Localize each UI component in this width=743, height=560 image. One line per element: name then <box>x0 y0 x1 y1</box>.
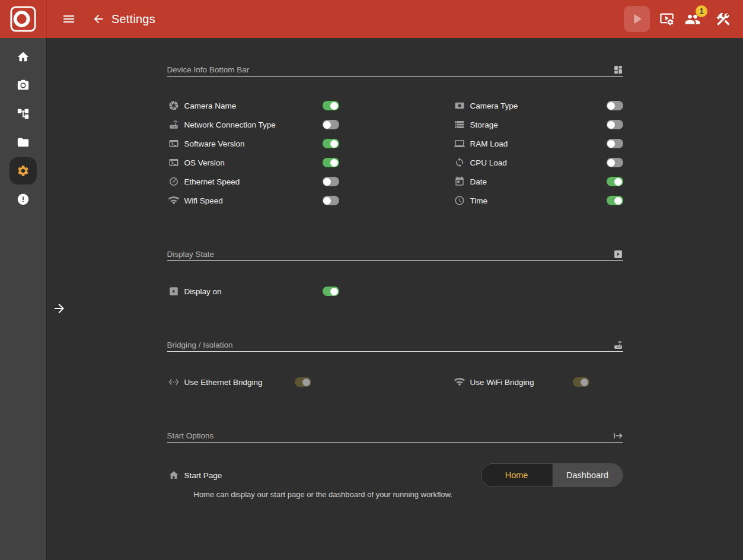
toggle-knob <box>323 178 331 186</box>
toggle-date[interactable] <box>607 177 623 186</box>
terminal-icon <box>168 157 179 168</box>
start-icon <box>613 431 623 441</box>
section-title: Device Info Bottom Bar <box>167 65 250 74</box>
row-right: Camera Type <box>453 100 623 111</box>
error-icon <box>17 193 30 206</box>
speedometer-icon <box>168 176 179 187</box>
toggle-row-label: Time <box>470 196 488 205</box>
wifi-icon <box>454 377 465 387</box>
toggle-row-pair: Ethernet SpeedDate <box>167 172 623 191</box>
row-right: Time <box>453 195 623 206</box>
gear-icon <box>17 164 30 177</box>
toggle-row-pair: Network Connection TypeStorage <box>167 115 623 134</box>
row-right: CPU Load <box>453 157 623 168</box>
tools-button[interactable] <box>715 11 731 27</box>
toggle-row-pair: Wifi SpeedTime <box>167 191 623 210</box>
sidebar-item-camera[interactable] <box>9 71 37 100</box>
toggle-row: Camera Type <box>453 100 623 111</box>
sidebar <box>0 38 47 560</box>
workflow-icon <box>17 107 30 120</box>
sidebar-item-home[interactable] <box>9 43 37 71</box>
router-icon <box>613 340 623 350</box>
toggle-os-version[interactable] <box>323 158 339 167</box>
play-icon <box>629 11 645 27</box>
start-page-segmented-control: Home Dashboard <box>481 463 623 487</box>
toggle-row: Display on <box>167 286 339 297</box>
toggle-row: Storage <box>453 119 623 130</box>
row-right: Date <box>453 176 623 187</box>
toggle-row: Software Version <box>167 138 339 149</box>
toggle-row: CPU Load <box>453 157 623 168</box>
toggle-row-label: Use WiFi Bridging <box>470 378 534 387</box>
toggle-ram-load[interactable] <box>607 139 623 148</box>
section-title: Bridging / Isolation <box>167 341 233 349</box>
menu-button[interactable] <box>62 12 76 26</box>
row-left: Ethernet Speed <box>167 176 339 187</box>
toggle-row-label: OS Version <box>184 158 225 167</box>
toggle-row-label: Wifi Speed <box>184 196 223 205</box>
toggle-row-label: CPU Load <box>470 158 507 167</box>
calendar-icon <box>454 176 465 187</box>
monitor-icon <box>454 138 465 149</box>
play-button[interactable] <box>624 6 650 32</box>
toggle-row-label: Camera Name <box>184 101 237 110</box>
toggle-time[interactable] <box>607 196 623 205</box>
toggle-knob <box>607 159 615 167</box>
sidebar-item-settings[interactable] <box>9 157 37 184</box>
users-button[interactable]: 1 <box>684 11 701 27</box>
toggle-row-label: Date <box>470 177 487 186</box>
toggle-storage[interactable] <box>607 120 623 129</box>
row-right: RAM Load <box>453 138 623 149</box>
app-logo[interactable] <box>0 0 47 38</box>
toggle-row: Use Ethernet Bridging <box>167 377 339 387</box>
toggle-row: RAM Load <box>453 138 623 149</box>
section-device-info-bottom-bar: Device Info Bottom Bar Camera NameCamera… <box>167 63 623 210</box>
toggle-row-label: Software Version <box>184 139 245 148</box>
toggle-row: Camera Name <box>167 100 339 111</box>
logo-icon <box>9 5 37 33</box>
dashboard-icon <box>613 65 623 75</box>
row-left: Use Ethernet Bridging <box>167 377 339 387</box>
toggle-knob <box>614 197 622 205</box>
row-left: Software Version <box>167 138 339 149</box>
toggle-network-connection-type[interactable] <box>323 120 339 129</box>
toggle-row-pair: Display on <box>167 282 623 301</box>
camera-body-icon <box>454 100 465 111</box>
toggle-camera-type[interactable] <box>607 101 623 110</box>
toggle-wifi-speed[interactable] <box>323 196 339 205</box>
toggle-row: Network Connection Type <box>167 119 339 130</box>
sidebar-item-files[interactable] <box>9 128 37 157</box>
sidebar-item-workflow[interactable] <box>9 100 37 128</box>
segment-dashboard[interactable]: Dashboard <box>552 464 623 486</box>
toggle-software-version[interactable] <box>323 139 339 148</box>
home-icon <box>17 50 30 63</box>
row-left: Network Connection Type <box>167 119 339 130</box>
home-icon <box>168 470 179 481</box>
divider <box>167 351 623 352</box>
toggle-display-on[interactable] <box>323 287 339 296</box>
drawer-expand-button[interactable] <box>52 301 66 316</box>
folder-icon <box>17 136 30 149</box>
toggle-knob <box>330 159 338 167</box>
toggle-cpu-load[interactable] <box>607 158 623 167</box>
segment-home[interactable]: Home <box>481 464 552 486</box>
toggle-row-pair: Software VersionRAM Load <box>167 134 623 153</box>
camera-photo-icon <box>17 79 30 92</box>
toggle-ethernet-speed[interactable] <box>323 177 339 186</box>
header-actions: 1 <box>624 6 743 32</box>
toggle-knob <box>607 140 615 148</box>
toggle-camera-name[interactable] <box>323 101 339 110</box>
sidebar-item-notifications[interactable] <box>9 185 37 214</box>
start-page-row: Start Page <box>167 470 222 481</box>
toggle-knob <box>614 178 622 186</box>
display-settings-button[interactable] <box>659 11 675 27</box>
toggle-knob <box>607 121 615 129</box>
toggle-row: Wifi Speed <box>167 195 339 206</box>
slideshow-icon <box>168 286 179 297</box>
row-left: OS Version <box>167 157 339 168</box>
toggle-row-label: Camera Type <box>470 101 518 110</box>
back-button[interactable] <box>92 12 105 26</box>
toggle-row-label: Network Connection Type <box>184 120 276 129</box>
wifi-icon <box>168 195 179 206</box>
toggle-row: OS Version <box>167 157 339 168</box>
